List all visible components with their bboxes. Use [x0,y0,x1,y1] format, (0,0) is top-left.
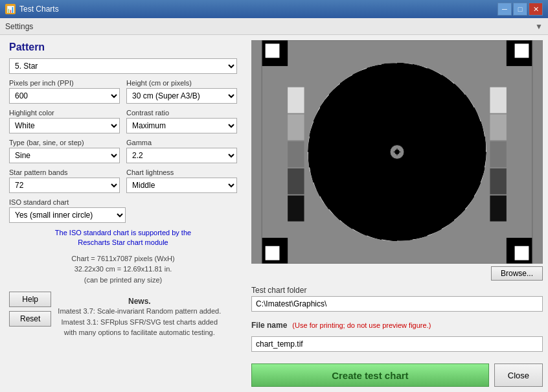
window-controls: ─ □ ✕ [497,3,543,16]
ppi-col: Pixels per inch (PPI) 600 300 400 800 12… [9,79,120,104]
folder-group: Test chart folder [251,286,543,312]
main-content: Pattern 5. Star 1. Siemens Star 2. Zone … [0,35,548,392]
settings-arrow: ▼ [535,22,543,31]
maximize-button[interactable]: □ [513,3,527,16]
filename-input[interactable] [251,336,543,352]
gamma-select[interactable]: 2.2 1.0 1.8 2.0 2.4 [126,148,237,163]
iso-note-line2: Rescharts Star chart module [78,238,168,246]
create-button[interactable]: Create test chart [251,363,489,387]
svg-rect-18 [490,196,506,222]
pattern-title: Pattern [9,41,237,53]
contrast-label: Contrast ratio [126,109,237,117]
chart-info-line3: (can be printed any size) [9,275,237,286]
type-label: Type (bar, sine, or step) [9,139,120,146]
highlight-contrast-row: Highlight color White Gray Black Contras… [9,109,237,133]
svg-rect-9 [288,87,304,113]
svg-rect-10 [288,114,304,140]
bands-select[interactable]: 72 36 48 60 96 120 [9,178,120,193]
iso-label: ISO standard chart [9,198,237,206]
close-window-button[interactable]: ✕ [529,3,543,16]
pattern-select[interactable]: 5. Star 1. Siemens Star 2. Zone Plate 3.… [9,58,237,74]
news-title: News. [58,297,221,306]
type-gamma-row: Type (bar, sine, or step) Sine Bar Step … [9,139,237,163]
iso-note-line1: The ISO standard chart is supported by t… [55,229,191,236]
reset-button[interactable]: Reset [9,311,51,327]
svg-rect-16 [490,141,506,167]
svg-rect-6 [515,43,529,58]
news-line1: Imatest 3.7: Scale-invariant Random patt… [58,307,221,315]
contrast-select[interactable]: Maximum High Medium Low [126,118,237,133]
highlight-col: Highlight color White Gray Black [9,109,120,133]
ppi-label: Pixels per inch (PPI) [9,79,120,87]
filename-label: File name [251,321,287,330]
browse-row: Browse... [251,266,543,281]
folder-label: Test chart folder [251,286,543,295]
height-col: Height (cm or pixels) 30 cm (Super A3/B)… [126,79,237,104]
svg-rect-8 [515,246,529,260]
highlight-label: Highlight color [9,109,120,117]
iso-group: ISO standard chart Yes (small inner circ… [9,198,237,223]
minimize-button[interactable]: ─ [497,3,512,16]
height-label: Height (cm or pixels) [126,79,237,87]
svg-rect-15 [490,114,506,140]
gamma-label: Gamma [126,139,237,146]
iso-note: The ISO standard chart is supported by t… [9,228,237,248]
svg-rect-17 [490,168,506,194]
lightness-select[interactable]: Middle Dark Light [126,178,237,193]
title-bar: 📊 Test Charts ─ □ ✕ [0,0,548,18]
right-controls: Browse... Test chart folder File name (U… [251,264,543,387]
left-panel: Pattern 5. Star 1. Siemens Star 2. Zone … [0,35,246,392]
lightness-label: Chart lightness [126,168,237,176]
close-button[interactable]: Close [494,363,543,387]
type-col: Type (bar, sine, or step) Sine Bar Step [9,139,120,163]
chart-info-line2: 32.22x30 cm = 12.69x11.81 in. [9,264,237,275]
gamma-col: Gamma 2.2 1.0 1.8 2.0 2.4 [126,139,237,163]
news-text: Imatest 3.7: Scale-invariant Random patt… [58,306,221,338]
bands-lightness-row: Star pattern bands 72 36 48 60 96 120 Ch… [9,168,237,193]
star-svg [251,40,543,264]
folder-input[interactable] [251,296,543,312]
action-row: Create test chart Close [251,363,543,387]
browse-button[interactable]: Browse... [491,266,543,281]
contrast-col: Contrast ratio Maximum High Medium Low [126,109,237,133]
svg-rect-14 [490,87,506,113]
bands-label: Star pattern bands [9,168,120,176]
svg-rect-7 [266,246,280,260]
svg-rect-11 [288,141,304,167]
news-line2: Imatest 3.1: SFRplus SFR/SVG test charts… [62,318,218,326]
news-line3: with many options to facilitate automati… [64,329,215,336]
lightness-col: Chart lightness Middle Dark Light [126,168,237,193]
app-icon: 📊 [5,4,16,14]
highlight-select[interactable]: White Gray Black [9,118,120,133]
pattern-group: 5. Star 1. Siemens Star 2. Zone Plate 3.… [9,58,237,74]
settings-bar: Settings ▼ [0,18,548,35]
filename-row: File name (Use for printing; do not use … [251,321,543,330]
svg-rect-12 [288,168,304,194]
star-preview [251,40,543,264]
svg-rect-5 [266,43,280,58]
iso-select[interactable]: Yes (small inner circle) No Yes (large i… [9,207,126,223]
right-panel: Browse... Test chart folder File name (U… [246,35,548,392]
svg-rect-13 [288,196,304,222]
chart-info: Chart = 7611x7087 pixels (WxH) 32.22x30 … [9,253,237,286]
filename-hint: (Use for printing; do not use preview fi… [292,321,431,329]
ppi-select[interactable]: 600 300 400 800 1200 [9,88,120,104]
chart-info-line1: Chart = 7611x7087 pixels (WxH) [9,253,237,264]
height-select[interactable]: 30 cm (Super A3/B) 10 cm 20 cm 40 cm 50 … [126,88,237,104]
help-button[interactable]: Help [9,292,51,307]
bands-col: Star pattern bands 72 36 48 60 96 120 [9,168,120,193]
news-section: News. Imatest 3.7: Scale-invariant Rando… [58,297,221,338]
ppi-height-row: Pixels per inch (PPI) 600 300 400 800 12… [9,79,237,104]
settings-label: Settings [5,22,33,31]
window-title: Test Charts [19,5,59,14]
type-select[interactable]: Sine Bar Step [9,148,120,163]
